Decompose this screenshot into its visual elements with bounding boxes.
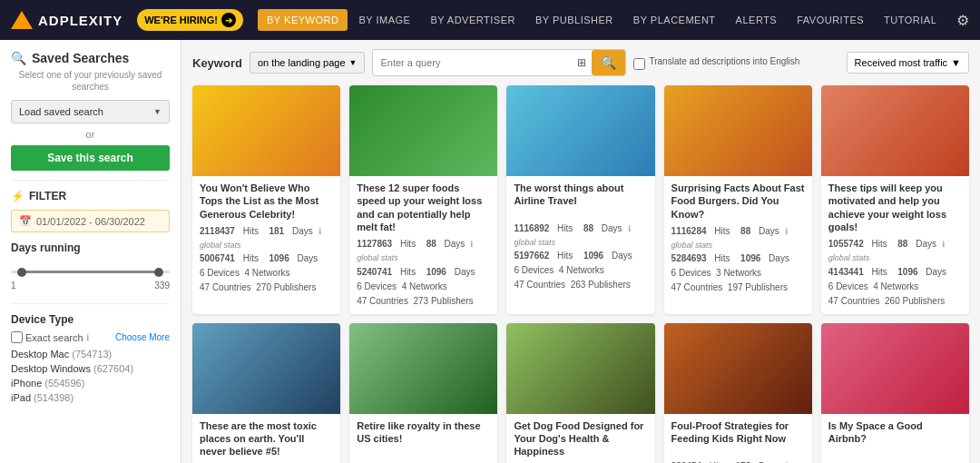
ad-card[interactable]: Is My Space a Good Airbnb? — [821, 323, 969, 463]
query-input-wrapper: ⊞ 🔍 — [372, 49, 626, 76]
load-saved-label: Load saved search — [19, 106, 103, 117]
choose-more-link[interactable]: Choose More — [115, 332, 170, 342]
calendar-icon: 📅 — [19, 215, 32, 227]
device-item[interactable]: iPhone (554596) — [11, 376, 170, 390]
card-image — [192, 323, 340, 414]
sort-label: Received most traffic — [855, 57, 948, 68]
hiring-banner[interactable]: WE'RE HIRING! ➔ — [137, 9, 243, 31]
filter-heading: ⚡ FILTER — [11, 190, 170, 202]
hiring-label: WE'RE HIRING! — [144, 15, 218, 25]
nav-link-by-placement[interactable]: BY PLACEMENT — [624, 9, 725, 31]
range-min: 1 — [11, 281, 16, 291]
ad-card[interactable]: Retire like royalty in these US cities! — [349, 323, 497, 463]
card-image-box — [506, 323, 654, 414]
range-thumb-left[interactable] — [17, 268, 26, 277]
card-stats: 286454 Hits 178 Days ℹ global stats Hits… — [671, 459, 805, 463]
card-image — [506, 85, 654, 176]
exact-search-checkbox[interactable] — [11, 331, 23, 343]
range-labels: 1 339 — [11, 281, 170, 291]
card-image-box — [506, 85, 654, 176]
card-image-box — [349, 323, 497, 414]
nav-link-by-publisher[interactable]: BY PUBLISHER — [526, 9, 622, 31]
card-stats: 1116892 Hits 88 Days ℹ global stats 5197… — [514, 222, 647, 292]
search-bar: Keyword on the landing page ▼ ⊞ 🔍 Transl… — [192, 49, 969, 76]
device-item[interactable]: Desktop Mac (754713) — [11, 347, 170, 361]
card-title: Retire like royalty in these US cities! — [357, 419, 490, 456]
card-title: You Won't Believe Who Tops the List as t… — [200, 182, 333, 221]
days-running-slider[interactable]: 1 339 — [11, 260, 170, 294]
card-body: These tips will keep you motivated and h… — [821, 176, 969, 314]
ad-card[interactable]: These are the most toxic places on earth… — [192, 323, 340, 463]
sort-dropdown[interactable]: Received most traffic ▼ — [847, 52, 969, 74]
device-list: Desktop Mac (754713)Desktop Windows (627… — [11, 347, 170, 405]
card-title: Foul-Proof Strategies for Feeding Kids R… — [671, 419, 805, 456]
nav-link-tutorial[interactable]: TUTORIAL — [875, 9, 946, 31]
card-title: The worst things about Airline Travel — [514, 182, 647, 218]
card-image-box — [192, 323, 340, 414]
navbar: ADPLEXITY WE'RE HIRING! ➔ BY KEYWORDBY I… — [0, 0, 980, 40]
sidebar-divider-1 — [11, 180, 170, 181]
card-image-box — [821, 85, 969, 176]
keyword-dropdown[interactable]: on the landing page ▼ — [250, 52, 366, 74]
card-stats: 1055742 Hits 88 Days ℹ global stats 4143… — [828, 237, 962, 308]
card-body: Is My Space a Good Airbnb? — [821, 414, 969, 463]
ad-card[interactable]: You Won't Believe Who Tops the List as t… — [192, 85, 340, 314]
ad-card[interactable]: Foul-Proof Strategies for Feeding Kids R… — [664, 323, 812, 463]
nav-links: BY KEYWORDBY IMAGEBY ADVERTISERBY PUBLIS… — [258, 9, 946, 31]
card-body: These are the most toxic places on earth… — [192, 414, 340, 463]
cards-grid: You Won't Believe Who Tops the List as t… — [192, 85, 969, 463]
card-image — [349, 85, 497, 176]
date-range-label: 01/01/2022 - 06/30/2022 — [36, 216, 145, 227]
device-item[interactable]: Desktop Windows (627604) — [11, 361, 170, 376]
range-fill — [19, 271, 162, 273]
saved-searches-title: Saved Searches — [32, 51, 129, 65]
ad-card[interactable]: Surprising Facts About Fast Food Burgers… — [664, 85, 812, 314]
logo-text: ADPLEXITY — [38, 13, 122, 28]
range-max: 339 — [154, 281, 170, 291]
ad-card[interactable]: These tips will keep you motivated and h… — [821, 85, 969, 314]
load-saved-button[interactable]: Load saved search ▼ — [11, 100, 170, 123]
nav-link-by-advertiser[interactable]: BY ADVERTISER — [421, 9, 524, 31]
nav-link-favourites[interactable]: FAVOURITES — [788, 9, 873, 31]
card-body: Get Dog Food Designed for Your Dog's Hea… — [506, 414, 654, 463]
date-range[interactable]: 📅 01/01/2022 - 06/30/2022 — [11, 210, 170, 232]
range-track — [11, 271, 170, 273]
logo: ADPLEXITY — [11, 11, 122, 29]
keyword-label: Keyword — [192, 56, 242, 70]
card-title: These 12 super foods speed up your weigh… — [357, 182, 490, 233]
nav-link-alerts[interactable]: ALERTS — [727, 9, 787, 31]
search-button[interactable]: 🔍 — [592, 50, 625, 75]
ad-card[interactable]: Get Dog Food Designed for Your Dog's Hea… — [506, 323, 654, 463]
card-image-box — [349, 85, 497, 176]
main-content: Keyword on the landing page ▼ ⊞ 🔍 Transl… — [181, 40, 980, 463]
main-layout: 🔍 Saved Searches Select one of your prev… — [0, 40, 980, 463]
card-title: Is My Space a Good Airbnb? — [828, 419, 962, 456]
save-search-button[interactable]: Save this search — [11, 145, 170, 171]
query-input[interactable] — [373, 53, 572, 73]
ad-card[interactable]: These 12 super foods speed up your weigh… — [349, 85, 497, 314]
exact-search-row: Exact search ℹ Choose More — [11, 331, 170, 343]
info-icon: ℹ — [86, 333, 89, 342]
nav-link-by-image[interactable]: BY IMAGE — [349, 9, 419, 31]
sidebar: 🔍 Saved Searches Select one of your prev… — [0, 40, 181, 463]
settings-icon[interactable]: ⚙ — [956, 12, 969, 29]
card-image — [821, 85, 969, 176]
card-body: The worst things about Airline Travel 11… — [506, 176, 654, 298]
logo-triangle — [11, 11, 33, 29]
nav-link-by-keyword[interactable]: BY KEYWORD — [258, 9, 348, 31]
card-image — [349, 323, 497, 414]
card-image-box — [192, 85, 340, 176]
card-image — [506, 323, 654, 414]
card-title: Get Dog Food Designed for Your Dog's Hea… — [514, 419, 647, 458]
card-body: These 12 super foods speed up your weigh… — [349, 176, 497, 314]
card-title: These are the most toxic places on earth… — [200, 419, 333, 458]
card-image — [664, 323, 812, 414]
translate-checkbox[interactable] — [633, 58, 645, 70]
card-image — [192, 85, 340, 176]
device-item[interactable]: iPad (514398) — [11, 390, 170, 405]
grid-icon[interactable]: ⊞ — [572, 52, 592, 74]
ad-card[interactable]: The worst things about Airline Travel 11… — [506, 85, 654, 314]
card-stats: 2118437 Hits 181 Days ℹ global stats 500… — [200, 224, 333, 295]
sidebar-divider-2 — [11, 303, 170, 304]
range-thumb-right[interactable] — [154, 268, 163, 277]
